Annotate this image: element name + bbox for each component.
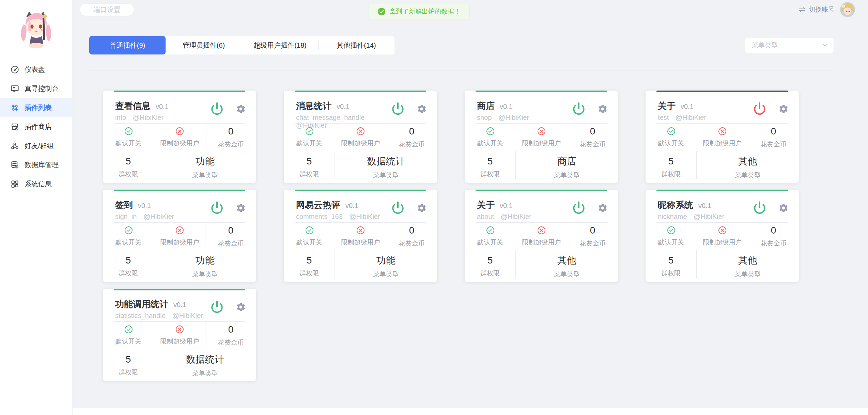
- check-circle-icon: [305, 226, 314, 235]
- card-header: 功能调用统计 v0.1 statistics_handle @HibiKier: [103, 289, 256, 321]
- stat-limit-superuser: 限制超级用户: [154, 124, 205, 151]
- stat-group-level: 5 群权限: [284, 250, 335, 278]
- plugin-card: 商店 v0.1 shop @HibiKier: [465, 91, 618, 183]
- settings-gear-icon[interactable]: [598, 203, 608, 213]
- stat-menu-type: 数据统计 菜单类型: [154, 349, 256, 384]
- sidebar-item-system-info[interactable]: 系统信息: [0, 174, 72, 193]
- plugin-card: 签到 v0.1 sign_in @HibiKier: [103, 190, 256, 282]
- plugin-title: 商店: [477, 100, 495, 112]
- x-circle-icon: [175, 226, 184, 235]
- plugin-author: @HibiKier: [676, 114, 706, 121]
- power-toggle-icon[interactable]: [210, 300, 224, 314]
- port-settings-button[interactable]: 端口设置: [80, 3, 134, 16]
- x-circle-icon: [175, 127, 184, 136]
- sidebar-item-label: 插件商店: [25, 122, 52, 131]
- power-toggle-icon[interactable]: [753, 101, 767, 116]
- sidebar-item-database[interactable]: 数据库管理: [0, 155, 72, 174]
- tab-admin[interactable]: 管理员插件(6): [166, 36, 242, 54]
- sidebar-item-label: 仪表盘: [25, 65, 45, 74]
- plugin-author: @HibiKier: [172, 312, 203, 319]
- plugin-title: 功能调用统计: [115, 298, 168, 310]
- stat-group-level: 5 群权限: [646, 250, 697, 278]
- settings-gear-icon[interactable]: [236, 302, 246, 312]
- stat-limit-superuser: 限制超级用户: [516, 124, 567, 151]
- power-toggle-icon[interactable]: [210, 201, 224, 215]
- chevron-down-icon: [822, 42, 828, 48]
- stat-default-switch: 默认开关: [646, 124, 697, 151]
- stat-group-level: 5 群权限: [465, 151, 516, 179]
- stat-default-switch: 默认开关: [465, 223, 516, 250]
- settings-gear-icon[interactable]: [236, 203, 246, 213]
- plugin-status-bar: [114, 190, 245, 191]
- content: 普通插件(9) 管理员插件(6) 超级用户插件(18) 其他插件(14) 菜单类…: [73, 19, 868, 408]
- tab-superuser[interactable]: 超级用户插件(18): [242, 36, 318, 54]
- sidebar-item-dashboard[interactable]: 仪表盘: [0, 60, 72, 79]
- power-toggle-icon[interactable]: [572, 101, 586, 116]
- menu-type-placeholder: 菜单类型: [752, 41, 822, 50]
- power-toggle-icon[interactable]: [210, 101, 224, 116]
- user-avatar[interactable]: [840, 2, 855, 17]
- stat-menu-type: 功能 菜单类型: [335, 250, 437, 285]
- plugin-status-bar: [114, 91, 245, 92]
- stat-menu-type: 其他 菜单类型: [697, 151, 799, 186]
- sidebar-item-plugin-store[interactable]: 插件商店: [0, 117, 72, 136]
- menu-type-select[interactable]: 菜单类型: [745, 38, 834, 53]
- settings-gear-icon[interactable]: [236, 104, 246, 114]
- power-toggle-icon[interactable]: [391, 201, 405, 215]
- stat-limit-superuser: 限制超级用户: [154, 322, 205, 349]
- settings-gear-icon[interactable]: [417, 203, 427, 213]
- power-toggle-icon[interactable]: [391, 101, 405, 116]
- plugin-version: v0.1: [337, 103, 350, 111]
- stat-cost-gold: 0 花费金币: [567, 223, 618, 250]
- stat-limit-superuser: 限制超级用户: [154, 223, 205, 250]
- plugin-author: @HibiKier: [133, 114, 164, 121]
- plugin-title: 网易云热评: [296, 199, 340, 211]
- card-stats-row1: 默认开关 限制超级用户 0 花费金币: [284, 124, 437, 151]
- x-circle-icon: [537, 127, 546, 136]
- plugin-title: 关于: [658, 100, 676, 112]
- stat-default-switch: 默认开关: [284, 124, 335, 151]
- card-stats-row2: 5 群权限 功能 菜单类型: [103, 250, 256, 282]
- card-header: 网易云热评 v0.1 comments_163 @HibiKier: [284, 190, 437, 222]
- stat-group-level: 5 群权限: [103, 151, 154, 179]
- plugin-version: v0.1: [500, 103, 513, 111]
- plugin-status-bar: [295, 190, 426, 191]
- stat-menu-type: 功能 菜单类型: [154, 151, 256, 186]
- x-circle-icon: [356, 127, 365, 136]
- stat-limit-superuser: 限制超级用户: [335, 223, 386, 250]
- plugin-card: 功能调用统计 v0.1 statistics_handle @HibiKier: [103, 289, 256, 381]
- power-toggle-icon[interactable]: [753, 201, 767, 215]
- tab-other[interactable]: 其他插件(14): [318, 36, 394, 54]
- check-circle-icon: [124, 325, 133, 334]
- card-stats-row1: 默认开关 限制超级用户 0 花费金币: [103, 322, 256, 349]
- bot-avatar: [0, 0, 72, 54]
- settings-gear-icon[interactable]: [778, 104, 789, 114]
- card-header: 关于 v0.1 test @HibiKier: [646, 91, 799, 123]
- sidebar-nav: 仪表盘 真寻控制台 插件列表 插件商店 好友/群组 数据库管理 系统信息: [0, 60, 72, 193]
- switch-account[interactable]: ⇌ 切换账号: [799, 2, 855, 17]
- plugin-version: v0.1: [345, 202, 358, 210]
- settings-gear-icon[interactable]: [598, 104, 608, 114]
- stat-menu-type: 商店 菜单类型: [516, 151, 618, 186]
- settings-gear-icon[interactable]: [778, 203, 789, 213]
- toast-message: 拿到了新鲜出炉的数据！: [389, 7, 461, 16]
- sidebar-item-plugin-list[interactable]: 插件列表: [0, 98, 72, 117]
- plugin-author: @HibiKier: [349, 213, 380, 220]
- card-header: 商店 v0.1 shop @HibiKier: [465, 91, 618, 123]
- settings-gear-icon[interactable]: [417, 104, 427, 114]
- card-header: 昵称系统 v0.1 nickname @HibiKier: [646, 190, 799, 222]
- sidebar-item-console[interactable]: 真寻控制台: [0, 79, 72, 98]
- tab-normal[interactable]: 普通插件(9): [89, 36, 166, 54]
- sidebar-item-friends-groups[interactable]: 好友/群组: [0, 136, 72, 155]
- x-circle-icon: [718, 127, 727, 136]
- stat-default-switch: 默认开关: [103, 322, 154, 349]
- sidebar: 仪表盘 真寻控制台 插件列表 插件商店 好友/群组 数据库管理 系统信息: [0, 0, 73, 415]
- tab-label: 普通插件(9): [110, 41, 145, 50]
- sidebar-item-label: 数据库管理: [25, 160, 59, 170]
- plugin-status-bar: [656, 91, 788, 92]
- x-circle-icon: [537, 226, 546, 235]
- stat-group-level: 5 群权限: [646, 151, 697, 179]
- power-toggle-icon[interactable]: [572, 201, 586, 215]
- store-icon: [10, 122, 19, 131]
- plugin-title: 签到: [115, 199, 133, 211]
